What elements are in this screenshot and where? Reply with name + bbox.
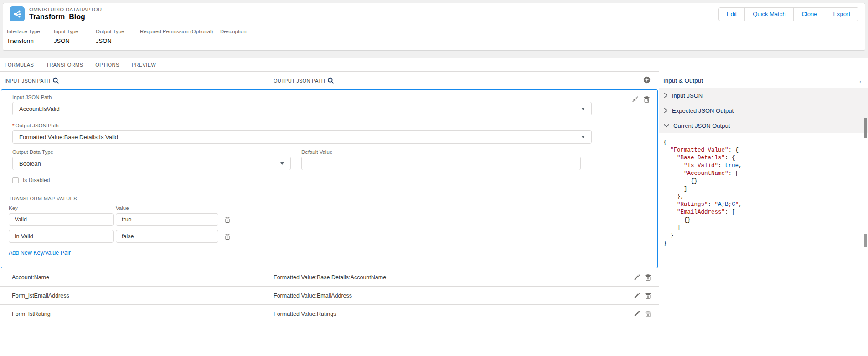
info-label: Interface Type bbox=[7, 29, 54, 34]
info-required-permission: Required Permission (Optional) bbox=[140, 29, 220, 44]
info-description: Description bbox=[220, 29, 247, 44]
page-header: OMNISTUDIO DATARAPTOR Transform_Blog Edi… bbox=[3, 3, 865, 51]
edit-row-icon[interactable] bbox=[633, 292, 640, 299]
row-output-path: Formatted Value:EmailAddress bbox=[274, 293, 352, 299]
is-disabled-row: Is Disabled bbox=[12, 177, 657, 183]
export-button[interactable]: Export bbox=[825, 7, 858, 21]
scrollbar-thumb[interactable] bbox=[864, 118, 867, 138]
section-label: Current JSON Output bbox=[673, 122, 730, 129]
json-code[interactable]: { "Formatted Value": { "Base Details": {… bbox=[659, 133, 868, 247]
map-key-input[interactable] bbox=[9, 213, 114, 226]
default-value-field: Default Value bbox=[301, 149, 581, 170]
input-json-path-column-header: INPUT JSON PATH bbox=[5, 77, 59, 84]
list-header: INPUT JSON PATH OUTPUT JSON PATH bbox=[0, 72, 659, 89]
transform-map-values-heading: TRANSFORM MAP VALUES bbox=[9, 196, 657, 201]
tab-transforms[interactable]: TRANSFORMS bbox=[46, 62, 83, 68]
map-value-input[interactable] bbox=[116, 230, 218, 243]
map-value-row bbox=[9, 230, 657, 243]
section-expected-json-output[interactable]: Expected JSON Output bbox=[659, 103, 868, 118]
map-value-row bbox=[9, 213, 657, 226]
output-json-path-column-header: OUTPUT JSON PATH bbox=[274, 77, 334, 84]
search-icon[interactable] bbox=[327, 77, 334, 84]
input-json-path-combobox[interactable]: Account:IsValid bbox=[12, 102, 592, 115]
chevron-down-icon bbox=[581, 108, 585, 110]
section-label: Input JSON bbox=[672, 92, 703, 99]
edit-row-icon[interactable] bbox=[633, 274, 640, 281]
title-block: OMNISTUDIO DATARAPTOR Transform_Blog bbox=[29, 7, 102, 21]
info-interface-type: Interface Type Transform bbox=[7, 29, 54, 44]
transform-row[interactable]: Form_lstRating Formatted Value:Ratings bbox=[0, 305, 659, 323]
field-label: *Output JSON Path bbox=[12, 123, 657, 128]
column-label: INPUT JSON PATH bbox=[5, 78, 50, 84]
value-label: Value bbox=[116, 205, 129, 211]
dataraptor-app-icon bbox=[10, 6, 25, 21]
edit-button[interactable]: Edit bbox=[718, 7, 745, 21]
delete-row-icon[interactable] bbox=[645, 292, 651, 299]
tab-preview[interactable]: PREVIEW bbox=[132, 62, 156, 68]
transform-row[interactable]: Account:Name Formatted Value:Base Detail… bbox=[0, 268, 659, 287]
tab-options[interactable]: OPTIONS bbox=[95, 62, 119, 68]
delete-row-icon[interactable] bbox=[645, 310, 651, 318]
info-label: Required Permission (Optional) bbox=[140, 29, 220, 34]
page-title: Transform_Blog bbox=[29, 13, 102, 21]
info-input-type: Input Type JSON bbox=[54, 29, 96, 44]
top-region: OMNISTUDIO DATARAPTOR Transform_Blog Edi… bbox=[0, 0, 868, 51]
add-transform-icon[interactable] bbox=[643, 76, 651, 84]
card-actions bbox=[632, 96, 650, 103]
info-value: JSON bbox=[54, 37, 96, 44]
clone-button[interactable]: Clone bbox=[793, 7, 825, 21]
chevron-down-icon bbox=[664, 124, 669, 128]
collapse-icon[interactable] bbox=[632, 96, 639, 103]
delete-map-row-icon[interactable] bbox=[224, 216, 231, 223]
default-value-input[interactable] bbox=[301, 157, 581, 170]
scrollbar-track bbox=[865, 118, 865, 314]
is-disabled-label: Is Disabled bbox=[23, 177, 50, 183]
row-input-path: Account:Name bbox=[12, 274, 49, 281]
panel-top-gap bbox=[659, 58, 868, 73]
page-header-top: OMNISTUDIO DATARAPTOR Transform_Blog Edi… bbox=[3, 3, 865, 25]
field-label: Default Value bbox=[301, 149, 581, 155]
header-actions: Edit Quick Match Clone Export bbox=[718, 7, 858, 21]
quick-match-button[interactable]: Quick Match bbox=[744, 7, 794, 21]
input-json-path-field: Input JSON Path Account:IsValid bbox=[12, 94, 657, 115]
gap-strip bbox=[0, 51, 868, 58]
transforms-panel: FORMULAS TRANSFORMS OPTIONS PREVIEW INPU… bbox=[0, 58, 659, 356]
map-key-input[interactable] bbox=[9, 230, 114, 243]
object-type-label: OMNISTUDIO DATARAPTOR bbox=[29, 7, 102, 12]
output-json-path-combobox[interactable]: Formatted Value:Base Details:Is Valid bbox=[12, 130, 592, 144]
map-value-input[interactable] bbox=[116, 213, 218, 226]
chevron-right-icon bbox=[664, 108, 668, 113]
field-label: Output Data Type bbox=[12, 149, 291, 155]
row-input-path: Form_lstEmailAddress bbox=[12, 293, 69, 299]
section-label: Expected JSON Output bbox=[672, 107, 734, 114]
scrollbar-marker bbox=[864, 234, 867, 247]
edit-row-icon[interactable] bbox=[633, 310, 640, 318]
info-output-type: Output Type JSON bbox=[96, 29, 140, 44]
search-icon[interactable] bbox=[52, 77, 59, 84]
share-icon bbox=[13, 10, 22, 19]
header-info-row: Interface Type Transform Input Type JSON… bbox=[3, 25, 865, 50]
info-label: Output Type bbox=[96, 29, 140, 34]
transform-row[interactable]: Form_lstEmailAddress Formatted Value:Ema… bbox=[0, 287, 659, 305]
output-data-type-field: Output Data Type Boolean bbox=[12, 149, 291, 170]
info-value: Transform bbox=[7, 37, 54, 44]
delete-row-icon[interactable] bbox=[645, 274, 651, 281]
is-disabled-checkbox[interactable] bbox=[12, 177, 19, 183]
key-label: Key bbox=[9, 205, 116, 211]
section-current-json-output[interactable]: Current JSON Output bbox=[659, 118, 868, 133]
add-key-value-pair-link[interactable]: Add New Key/Value Pair bbox=[9, 250, 71, 256]
tab-formulas[interactable]: FORMULAS bbox=[5, 62, 34, 68]
select-value: Boolean bbox=[19, 160, 41, 167]
delete-map-row-icon[interactable] bbox=[224, 233, 231, 240]
datatype-default-row: Output Data Type Boolean Default Value bbox=[12, 149, 657, 170]
chevron-down-icon bbox=[280, 162, 284, 165]
output-json-path-field: *Output JSON Path Formatted Value:Base D… bbox=[12, 123, 657, 144]
field-label: Input JSON Path bbox=[12, 94, 657, 100]
section-input-json[interactable]: Input JSON bbox=[659, 88, 868, 103]
column-label: OUTPUT JSON PATH bbox=[274, 78, 325, 84]
delete-transform-icon[interactable] bbox=[643, 96, 650, 103]
chevron-down-icon bbox=[581, 136, 585, 138]
output-data-type-select[interactable]: Boolean bbox=[12, 157, 291, 170]
chevron-right-icon bbox=[664, 93, 668, 98]
collapse-panel-arrow-icon[interactable]: → bbox=[855, 77, 863, 84]
